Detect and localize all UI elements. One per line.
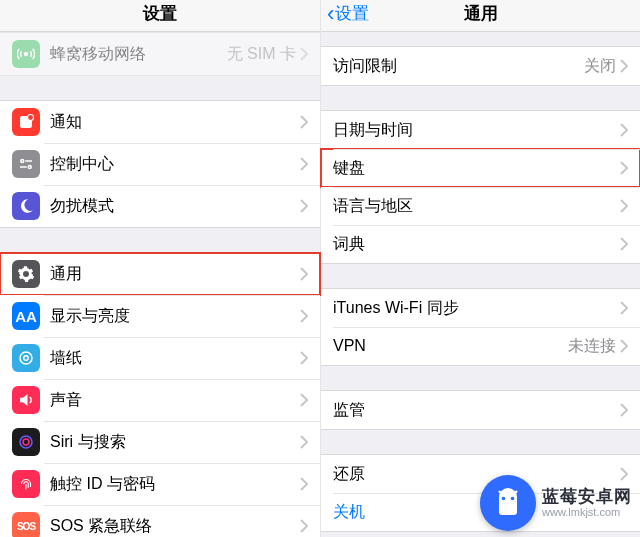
touchid-label: 触控 ID 与密码	[50, 474, 300, 495]
chevron-right-icon	[300, 351, 308, 365]
display-icon: AA	[12, 302, 40, 330]
sos-icon: SOS	[12, 512, 40, 537]
chevron-right-icon	[620, 403, 628, 417]
chevron-right-icon	[300, 435, 308, 449]
vpn-value: 未连接	[568, 336, 616, 357]
gear-icon	[12, 260, 40, 288]
notifications-label: 通知	[50, 112, 300, 133]
cellular-value: 无 SIM 卡	[227, 44, 296, 65]
svg-point-9	[20, 436, 32, 448]
control-center-icon	[12, 150, 40, 178]
svg-point-0	[25, 53, 28, 56]
page-title: 通用	[464, 2, 498, 25]
row-cellular[interactable]: 蜂窝移动网络 无 SIM 卡	[0, 33, 320, 75]
itunes-label: iTunes Wi-Fi 同步	[333, 298, 620, 319]
svg-point-7	[24, 356, 29, 361]
watermark-logo-icon	[480, 475, 536, 531]
chevron-left-icon: ‹	[327, 5, 334, 22]
notifications-icon	[12, 108, 40, 136]
display-label: 显示与亮度	[50, 306, 300, 327]
svg-point-8	[20, 352, 32, 364]
datetime-label: 日期与时间	[333, 120, 620, 141]
siri-label: Siri 与搜索	[50, 432, 300, 453]
svg-point-5	[28, 166, 31, 169]
chevron-right-icon	[300, 47, 308, 61]
row-touchid[interactable]: 触控 ID 与密码	[0, 463, 320, 505]
sound-label: 声音	[50, 390, 300, 411]
chevron-right-icon	[620, 59, 628, 73]
row-sound[interactable]: 声音	[0, 379, 320, 421]
chevron-right-icon	[620, 301, 628, 315]
page-title: 设置	[143, 2, 177, 25]
back-button[interactable]: ‹ 设置	[327, 2, 369, 25]
general-label: 通用	[50, 264, 300, 285]
row-siri[interactable]: Siri 与搜索	[0, 421, 320, 463]
chevron-right-icon	[300, 115, 308, 129]
chevron-right-icon	[620, 161, 628, 175]
svg-point-3	[21, 160, 24, 163]
watermark-title: 蓝莓安卓网	[542, 488, 632, 507]
general-right-pane: ‹ 设置 通用 访问限制 关闭 日期与时间 键盘 语言与地	[321, 0, 640, 537]
fingerprint-icon	[12, 470, 40, 498]
wallpaper-label: 墙纸	[50, 348, 300, 369]
row-dnd[interactable]: 勿扰模式	[0, 185, 320, 227]
svg-point-10	[23, 439, 29, 445]
svg-point-13	[502, 497, 506, 501]
language-label: 语言与地区	[333, 196, 620, 217]
row-restrictions[interactable]: 访问限制 关闭	[321, 47, 640, 85]
chevron-right-icon	[300, 157, 308, 171]
keyboard-label: 键盘	[333, 158, 620, 179]
dnd-label: 勿扰模式	[50, 196, 300, 217]
settings-left-pane: 设置 蜂窝移动网络 无 SIM 卡 通知	[0, 0, 321, 537]
row-control-center[interactable]: 控制中心	[0, 143, 320, 185]
sos-label: SOS 紧急联络	[50, 516, 300, 537]
dictionary-label: 词典	[333, 234, 620, 255]
chevron-right-icon	[300, 393, 308, 407]
wallpaper-icon	[12, 344, 40, 372]
control-center-label: 控制中心	[50, 154, 300, 175]
chevron-right-icon	[300, 267, 308, 281]
chevron-right-icon	[620, 237, 628, 251]
header-right: ‹ 设置 通用	[321, 0, 640, 32]
moon-icon	[12, 192, 40, 220]
supervised-label: 监管	[333, 400, 620, 421]
chevron-right-icon	[300, 477, 308, 491]
cellular-label: 蜂窝移动网络	[50, 44, 227, 65]
row-display[interactable]: AA 显示与亮度	[0, 295, 320, 337]
cellular-icon	[12, 40, 40, 68]
sound-icon	[12, 386, 40, 414]
restrictions-label: 访问限制	[333, 56, 584, 77]
row-wallpaper[interactable]: 墙纸	[0, 337, 320, 379]
row-sos[interactable]: SOS SOS 紧急联络	[0, 505, 320, 537]
row-dictionary[interactable]: 词典	[321, 225, 640, 263]
chevron-right-icon	[300, 309, 308, 323]
watermark-url: www.lmkjst.com	[542, 506, 632, 518]
restrictions-value: 关闭	[584, 56, 616, 77]
svg-point-14	[511, 497, 515, 501]
row-language[interactable]: 语言与地区	[321, 187, 640, 225]
chevron-right-icon	[620, 199, 628, 213]
row-keyboard[interactable]: 键盘	[321, 149, 640, 187]
chevron-right-icon	[620, 123, 628, 137]
row-itunes[interactable]: iTunes Wi-Fi 同步	[321, 289, 640, 327]
watermark: 蓝莓安卓网 www.lmkjst.com	[476, 471, 640, 533]
siri-icon	[12, 428, 40, 456]
row-notifications[interactable]: 通知	[0, 101, 320, 143]
header-left: 设置	[0, 0, 320, 32]
svg-point-2	[28, 115, 34, 121]
back-label: 设置	[335, 2, 369, 25]
row-supervised[interactable]: 监管	[321, 391, 640, 429]
row-general[interactable]: 通用	[0, 253, 320, 295]
chevron-right-icon	[620, 339, 628, 353]
chevron-right-icon	[300, 519, 308, 533]
vpn-label: VPN	[333, 337, 568, 355]
row-vpn[interactable]: VPN 未连接	[321, 327, 640, 365]
chevron-right-icon	[300, 199, 308, 213]
row-datetime[interactable]: 日期与时间	[321, 111, 640, 149]
